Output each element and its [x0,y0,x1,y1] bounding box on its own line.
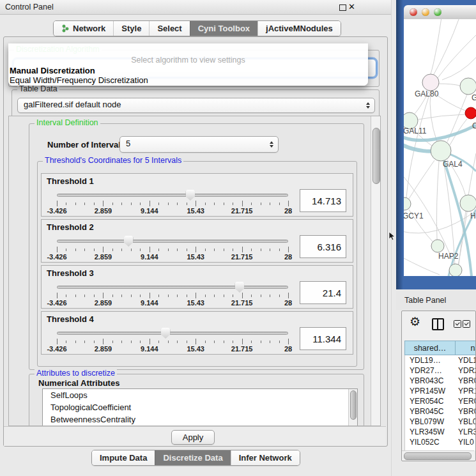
network-edge[interactable] [430,91,437,142]
threshold-2-value-field[interactable]: 6.316 [300,235,346,258]
slider-track[interactable] [57,332,288,335]
tick-mark [112,341,113,343]
slider-thumb[interactable] [185,190,195,201]
scrollbar-thumb[interactable] [404,452,472,460]
tab-cyni-toolbox[interactable]: Cyni Toolbox [190,21,257,36]
network-edge[interactable] [406,91,431,197]
attribute-list-item[interactable]: BetweennessCentrality [43,413,357,426]
threshold-4-slider[interactable]: -3.4262.8599.14415.4321.71528 [57,328,288,353]
minimize-traffic-light-icon[interactable] [422,8,429,16]
cell-name[interactable]: YLR3 [456,427,476,436]
network-graph: GAL80GACGAL11GAL4GCY1HHAP2 [404,19,476,276]
slider-track[interactable] [57,194,288,197]
threshold-1-value-field[interactable]: 14.713 [300,189,346,212]
apply-button[interactable]: Apply [171,430,215,445]
network-node[interactable] [449,264,462,276]
network-node-h[interactable] [460,195,476,211]
close-traffic-light-icon[interactable] [410,8,417,16]
slider-track[interactable] [57,286,288,289]
table-row[interactable]: YDL19…YDL1 [405,355,476,365]
numerical-attributes-list[interactable]: SelfLoopsTopologicalCoefficientBetweenne… [42,388,358,426]
cell-name[interactable]: YER0 [456,397,476,406]
slider-track[interactable] [57,240,288,243]
network-node-c[interactable] [465,107,476,119]
threshold-3-value-field[interactable]: 21.4 [300,281,346,304]
cell-shared-name[interactable]: YDL19… [405,356,456,365]
attribute-list-item[interactable]: SelfLoops [43,389,357,401]
cell-shared-name[interactable]: YPR145W [405,387,456,395]
cell-shared-name[interactable]: YBL079W [405,417,456,426]
number-of-intervals-combobox[interactable]: 5 [119,136,279,153]
cell-shared-name[interactable]: YBR045C [405,407,456,416]
table-row[interactable]: YDR27…YDR2 [405,365,476,376]
split-columns-icon[interactable] [432,318,444,330]
float-window-icon[interactable] [339,4,346,11]
table-data-combobox[interactable]: galFiltered.sif default node [17,98,375,113]
scrollbar-thumb[interactable] [350,390,357,420]
tab-select[interactable]: Select [149,21,189,36]
column-header-shared-name[interactable]: shared… [404,341,455,355]
tick-mark [131,249,132,251]
checkbox-checked-icon[interactable] [463,320,470,328]
cell-name[interactable]: YBR0 [456,376,476,385]
table-row[interactable]: YBL079WYBL0 [405,417,476,427]
threshold-4-value-field[interactable]: 11.344 [300,327,346,350]
cell-name[interactable]: YDL1 [456,356,476,365]
network-canvas[interactable]: GAL80GACGAL11GAL4GCY1HHAP2 [404,19,476,276]
scrollbar-thumb[interactable] [372,128,380,184]
cell-name[interactable]: YDR2 [456,366,476,375]
close-icon[interactable]: ✕ [348,2,355,12]
cell-name[interactable]: YIL0 [456,438,476,447]
thresholds-group: Threshold's Coordinates for 5 Intervals … [37,161,357,367]
table-row[interactable]: YIL052CYIL0 [405,437,476,447]
attribute-list-item[interactable]: TopologicalCoefficient [43,401,357,413]
tab-network[interactable]: Network [54,21,113,36]
threshold-1-slider[interactable]: -3.4262.8599.14415.4321.71528 [57,190,288,215]
tab-infer-network[interactable]: Infer Network [231,450,300,465]
cell-shared-name[interactable]: YBR043C [405,376,456,385]
network-node-gal4[interactable] [431,141,451,161]
network-node-gcy1[interactable] [404,197,411,210]
column-header-name[interactable]: na [455,341,476,355]
table-horizontal-scrollbar[interactable] [402,450,474,460]
tick-mark [196,293,196,298]
popup-option-equal-width[interactable]: Equal Width/Frequency Discretization [10,75,148,85]
checkbox-checked-icon[interactable] [454,320,461,328]
tab-style[interactable]: Style [113,21,149,36]
cell-name[interactable]: YBR0 [456,407,476,416]
table-row[interactable]: YBR043CYBR0 [405,376,476,386]
threshold-2-slider[interactable]: -3.4262.8599.14415.4321.71528 [57,236,288,261]
settings-scrollbar[interactable] [371,116,380,426]
table-row[interactable]: YLR345WYLR3 [405,427,476,437]
tab-jactivemnodules[interactable]: jActiveMNodules [257,21,341,36]
table-row[interactable]: YBR045CYBR0 [405,406,476,417]
cell-shared-name[interactable]: YLR345W [405,427,456,436]
zoom-traffic-light-icon[interactable] [434,8,441,16]
list-scrollbar[interactable] [348,389,357,426]
table-row[interactable]: YER054CYER0 [405,396,476,406]
network-edge[interactable] [439,84,460,86]
network-edge[interactable] [404,257,440,275]
slider-thumb[interactable] [234,282,244,293]
popup-option-manual-discretization[interactable]: Manual Discretization [10,66,95,75]
network-edge[interactable] [409,160,434,199]
table-row[interactable]: YPR145WYPR1 [405,386,476,396]
cell-name[interactable]: YBL0 [456,417,476,426]
network-edge[interactable] [431,19,442,74]
cell-shared-name[interactable]: YIL052C [405,438,456,447]
gear-icon[interactable]: ⚙ [410,316,420,328]
group-legend: Threshold's Coordinates for 5 Intervals [43,156,183,165]
threshold-3-slider[interactable]: -3.4262.8599.14415.4321.71528 [57,282,288,307]
network-node-hap2[interactable] [431,240,444,252]
slider-thumb[interactable] [161,328,171,339]
tab-discretize-data[interactable]: Discretize Data [155,450,230,465]
cell-shared-name[interactable]: YDR27… [405,366,456,375]
tick-mark [242,293,243,298]
tab-impute-data[interactable]: Impute Data [92,450,155,465]
network-node-ga[interactable] [460,78,476,95]
cell-shared-name[interactable]: YER054C [405,397,456,406]
network-node-gal80[interactable] [422,74,439,91]
network-edge[interactable] [442,58,476,80]
slider-thumb[interactable] [124,236,134,247]
cell-name[interactable]: YPR1 [456,387,476,395]
